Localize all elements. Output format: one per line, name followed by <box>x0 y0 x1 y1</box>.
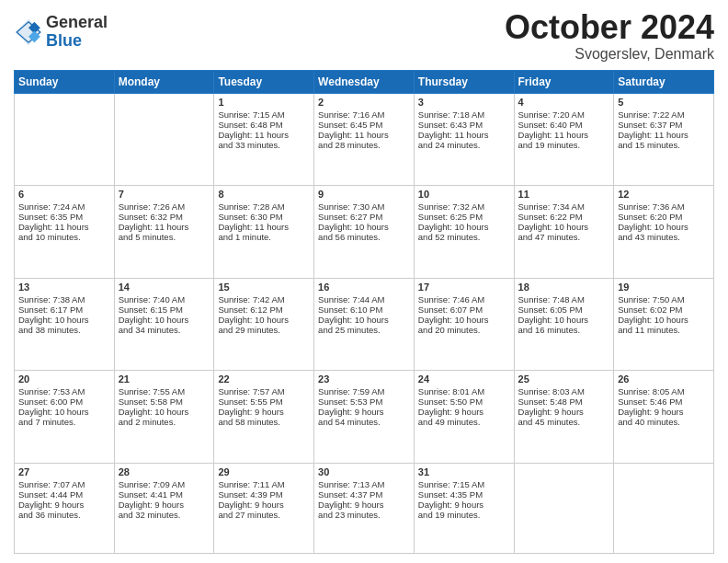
day-info: Sunrise: 7:48 AM <box>518 294 610 304</box>
day-info: Daylight: 10 hours <box>418 315 510 325</box>
day-info: and 15 minutes. <box>618 140 710 150</box>
day-number: 25 <box>518 373 610 385</box>
calendar-cell: 1Sunrise: 7:15 AMSunset: 6:48 PMDaylight… <box>214 93 314 186</box>
logo-text: General Blue <box>46 14 108 51</box>
day-number: 2 <box>318 97 410 108</box>
calendar-cell: 6Sunrise: 7:24 AMSunset: 6:35 PMDaylight… <box>15 186 115 279</box>
day-info: and 33 minutes. <box>218 140 310 150</box>
day-info: Sunset: 6:35 PM <box>18 212 110 222</box>
day-info: Sunset: 4:35 PM <box>418 489 510 500</box>
day-info: Sunrise: 7:32 AM <box>418 201 510 212</box>
day-info: Sunset: 5:46 PM <box>618 396 710 407</box>
day-info: Sunset: 6:02 PM <box>618 304 710 315</box>
day-number: 10 <box>418 189 510 200</box>
day-info: Daylight: 9 hours <box>518 407 610 417</box>
day-number: 21 <box>119 373 210 385</box>
day-info: Sunrise: 7:09 AM <box>119 479 210 489</box>
day-info: and 23 minutes. <box>318 510 410 520</box>
day-number: 12 <box>618 189 710 200</box>
day-number: 1 <box>218 97 310 108</box>
calendar-cell: 23Sunrise: 7:59 AMSunset: 5:53 PMDayligh… <box>314 371 415 464</box>
day-info: Daylight: 11 hours <box>18 222 110 232</box>
day-info: Sunrise: 7:15 AM <box>418 479 510 489</box>
month-title: October 2024 <box>505 9 714 46</box>
calendar-cell: 9Sunrise: 7:30 AMSunset: 6:27 PMDaylight… <box>314 186 415 279</box>
day-info: Daylight: 9 hours <box>119 500 210 510</box>
day-info: Sunrise: 7:07 AM <box>18 479 110 489</box>
calendar-week-2: 13Sunrise: 7:38 AMSunset: 6:17 PMDayligh… <box>15 278 714 371</box>
day-info: and 10 minutes. <box>18 232 110 242</box>
logo: General Blue <box>14 14 108 51</box>
day-info: and 47 minutes. <box>518 232 610 242</box>
day-info: Daylight: 10 hours <box>618 222 710 232</box>
day-info: Sunset: 6:15 PM <box>119 304 210 315</box>
calendar-cell: 13Sunrise: 7:38 AMSunset: 6:17 PMDayligh… <box>15 278 115 371</box>
calendar-cell: 31Sunrise: 7:15 AMSunset: 4:35 PMDayligh… <box>414 463 514 553</box>
calendar-cell: 22Sunrise: 7:57 AMSunset: 5:55 PMDayligh… <box>214 371 314 464</box>
day-info: and 29 minutes. <box>218 325 310 335</box>
day-info: and 45 minutes. <box>518 417 610 427</box>
calendar-cell: 2Sunrise: 7:16 AMSunset: 6:45 PMDaylight… <box>314 93 415 186</box>
day-info: and 52 minutes. <box>418 232 510 242</box>
day-info: Sunset: 6:00 PM <box>18 396 110 407</box>
day-info: Daylight: 10 hours <box>518 222 610 232</box>
col-thursday: Thursday <box>414 70 514 93</box>
day-number: 11 <box>518 189 610 200</box>
day-info: Daylight: 9 hours <box>218 500 310 510</box>
day-info: Daylight: 9 hours <box>218 407 310 417</box>
day-info: Daylight: 11 hours <box>119 222 210 232</box>
calendar-cell: 28Sunrise: 7:09 AMSunset: 4:41 PMDayligh… <box>114 463 214 553</box>
day-info: Daylight: 10 hours <box>318 315 410 325</box>
day-number: 30 <box>318 466 410 477</box>
logo-general: General <box>46 14 108 32</box>
day-info: Sunset: 4:44 PM <box>18 489 110 500</box>
day-info: and 16 minutes. <box>518 325 610 335</box>
calendar-cell: 26Sunrise: 8:05 AMSunset: 5:46 PMDayligh… <box>614 371 714 464</box>
calendar-cell: 11Sunrise: 7:34 AMSunset: 6:22 PMDayligh… <box>514 186 614 279</box>
day-info: Daylight: 9 hours <box>318 500 410 510</box>
calendar-cell <box>614 463 714 553</box>
day-number: 28 <box>119 466 210 477</box>
day-info: and 7 minutes. <box>18 417 110 427</box>
day-info: and 2 minutes. <box>119 417 210 427</box>
day-info: Daylight: 11 hours <box>318 130 410 140</box>
calendar-week-1: 6Sunrise: 7:24 AMSunset: 6:35 PMDaylight… <box>15 186 714 279</box>
day-number: 8 <box>218 189 310 200</box>
day-info: Sunrise: 7:44 AM <box>318 294 410 304</box>
day-info: Daylight: 9 hours <box>418 500 510 510</box>
calendar-cell: 30Sunrise: 7:13 AMSunset: 4:37 PMDayligh… <box>314 463 415 553</box>
day-info: Sunrise: 7:59 AM <box>318 386 410 396</box>
day-number: 17 <box>418 282 510 293</box>
day-info: and 25 minutes. <box>318 325 410 335</box>
day-info: and 38 minutes. <box>18 325 110 335</box>
day-info: Sunrise: 7:22 AM <box>618 109 710 120</box>
col-friday: Friday <box>514 70 614 93</box>
day-number: 26 <box>618 373 710 385</box>
day-info: Sunset: 6:12 PM <box>218 304 310 315</box>
day-info: and 24 minutes. <box>418 140 510 150</box>
calendar-cell: 8Sunrise: 7:28 AMSunset: 6:30 PMDaylight… <box>214 186 314 279</box>
day-info: and 36 minutes. <box>18 510 110 520</box>
calendar-cell: 25Sunrise: 8:03 AMSunset: 5:48 PMDayligh… <box>514 371 614 464</box>
day-info: and 54 minutes. <box>318 417 410 427</box>
day-number: 23 <box>318 373 410 385</box>
day-info: Sunset: 6:27 PM <box>318 212 410 222</box>
day-number: 4 <box>518 97 610 108</box>
svg-marker-0 <box>16 18 42 45</box>
title-section: October 2024 Svogerslev, Denmark <box>505 9 714 63</box>
day-info: Sunset: 6:48 PM <box>218 120 310 130</box>
day-info: Sunrise: 7:24 AM <box>18 201 110 212</box>
calendar-cell: 7Sunrise: 7:26 AMSunset: 6:32 PMDaylight… <box>114 186 214 279</box>
day-number: 24 <box>418 373 510 385</box>
day-info: Sunset: 6:40 PM <box>518 120 610 130</box>
calendar-cell: 20Sunrise: 7:53 AMSunset: 6:00 PMDayligh… <box>15 371 115 464</box>
day-info: and 11 minutes. <box>618 325 710 335</box>
day-info: Daylight: 11 hours <box>518 130 610 140</box>
day-info: Sunset: 6:30 PM <box>218 212 310 222</box>
day-number: 13 <box>18 282 110 293</box>
day-info: Sunset: 6:05 PM <box>518 304 610 315</box>
day-info: Sunset: 5:58 PM <box>119 396 210 407</box>
day-info: and 20 minutes. <box>418 325 510 335</box>
day-info: Daylight: 10 hours <box>618 315 710 325</box>
day-info: Sunset: 6:43 PM <box>418 120 510 130</box>
